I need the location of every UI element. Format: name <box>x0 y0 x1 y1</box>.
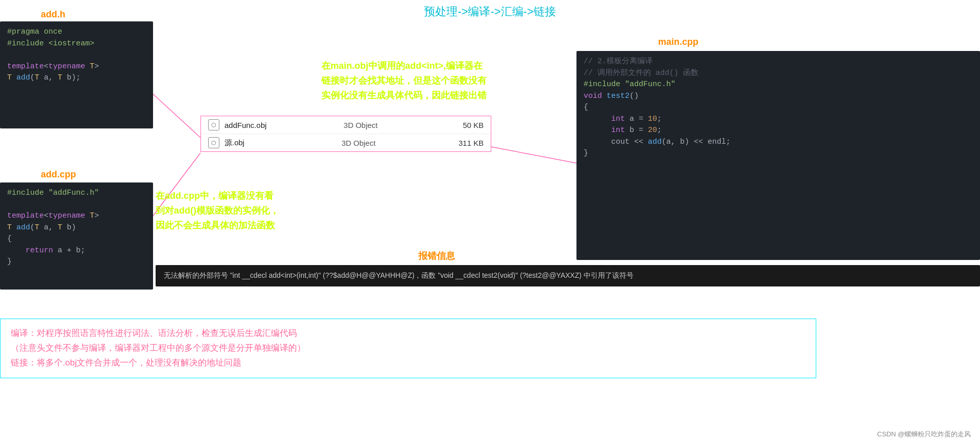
main-cpp-panel: // 2.模板分离编译 // 调用外部文件的 add() 函数 #include… <box>576 51 980 260</box>
file-name-1: addFunc.obj <box>224 121 344 129</box>
top-title: 预处理->编译->汇编->链接 <box>424 4 556 19</box>
file-explorer: ⬡ addFunc.obj 3D Object 50 KB ⬡ 源.obj 3D… <box>200 116 491 152</box>
error-bar: 无法解析的外部符号 "int __cdecl add<int>(int,int)… <box>156 265 980 286</box>
main-cpp-label: main.cpp <box>658 37 698 47</box>
svg-line-0 <box>150 92 200 138</box>
file-type-1: 3D Object <box>344 121 463 129</box>
file-icon-2: ⬡ <box>208 137 219 148</box>
file-row-1: ⬡ addFunc.obj 3D Object 50 KB <box>201 116 491 134</box>
file-type-2: 3D Object <box>341 139 458 147</box>
error-section-label: 报错信息 <box>418 250 455 262</box>
bottom-note-line2: （注意头文件不参与编译，编译器对工程中的多个源文件是分开单独编译的） <box>11 341 806 356</box>
svg-line-2 <box>491 147 576 163</box>
center-annotation: 在main.obj中调用的add<int>,编译器在 链接时才会找其地址，但是这… <box>321 59 487 102</box>
error-text: 无法解析的外部符号 "int __cdecl add<int>(int,int)… <box>164 271 634 279</box>
file-icon-1: ⬡ <box>208 119 219 130</box>
add-h-panel: #pragma once #include <iostream> templat… <box>0 21 153 128</box>
file-size-1: 50 KB <box>463 121 484 129</box>
watermark: CSDN @螺蛳粉只吃炸蛋的走风 <box>877 430 971 439</box>
add-cpp-label: add.cpp <box>41 169 76 180</box>
file-size-2: 311 KB <box>459 139 484 147</box>
file-name-2: 源.obj <box>224 138 341 148</box>
file-row-2: ⬡ 源.obj 3D Object 311 KB <box>201 134 491 151</box>
bottom-note-line1: 编译：对程序按照语言特性进行词法、语法分析，检查无误后生成汇编代码 <box>11 326 806 341</box>
left-annotation: 在add.cpp中，编译器没有看 到对add()模版函数的实例化， 因此不会生成… <box>156 189 279 232</box>
add-h-label: add.h <box>41 9 65 20</box>
bottom-note-line3: 链接：将多个.obj文件合并成一个，处理没有解决的地址问题 <box>11 356 806 371</box>
add-cpp-panel: #include "addFunc.h" template<typename T… <box>0 182 153 290</box>
bottom-note: 编译：对程序按照语言特性进行词法、语法分析，检查无误后生成汇编代码 （注意头文件… <box>0 319 816 378</box>
